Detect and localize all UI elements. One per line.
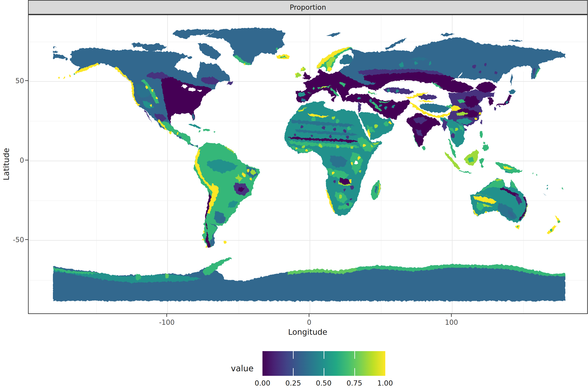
y-tick-label: -50 (5, 236, 24, 244)
continent-south-america (193, 142, 260, 248)
x-tick-label: -100 (146, 318, 188, 326)
legend-tick-label: 0.50 (309, 379, 338, 387)
plot-figure: Proportion (0, 0, 588, 392)
legend-tick-label: 1.00 (371, 379, 400, 387)
x-axis-title: Longitude (266, 328, 349, 336)
legend-tick-mark (354, 351, 355, 359)
continent-australia-oceania (470, 162, 563, 234)
legend-tick-mark (324, 351, 324, 359)
facet-strip: Proportion (28, 0, 588, 14)
y-axis-tick-mark (25, 80, 28, 81)
continent-greenland (205, 28, 340, 66)
legend-tick-mark (293, 368, 294, 376)
x-tick-label: 100 (431, 318, 472, 326)
legend-title: value (197, 364, 254, 373)
legend-tick-mark (293, 351, 294, 359)
facet-strip-title: Proportion (290, 3, 326, 12)
y-tick-label: 50 (5, 77, 24, 85)
y-axis-title: Latitude (2, 148, 11, 180)
y-axis-tick-mark (25, 160, 28, 160)
legend-tick-label: 0.25 (279, 379, 308, 387)
x-axis-tick-mark (166, 314, 167, 317)
continent-north-america (58, 29, 233, 148)
legend-tick-mark (354, 368, 355, 376)
continent-antarctica (53, 257, 565, 301)
legend-tick-mark (324, 368, 324, 376)
y-axis-tick-mark (25, 239, 28, 240)
legend-tick-label: 0.00 (248, 379, 277, 387)
world-map-raster (53, 17, 565, 304)
x-axis-tick-mark (451, 314, 452, 317)
x-tick-label: 0 (288, 318, 330, 326)
legend-tick-label: 0.75 (340, 379, 369, 387)
x-axis-tick-mark (309, 314, 309, 317)
legend-colorbar (262, 351, 385, 376)
